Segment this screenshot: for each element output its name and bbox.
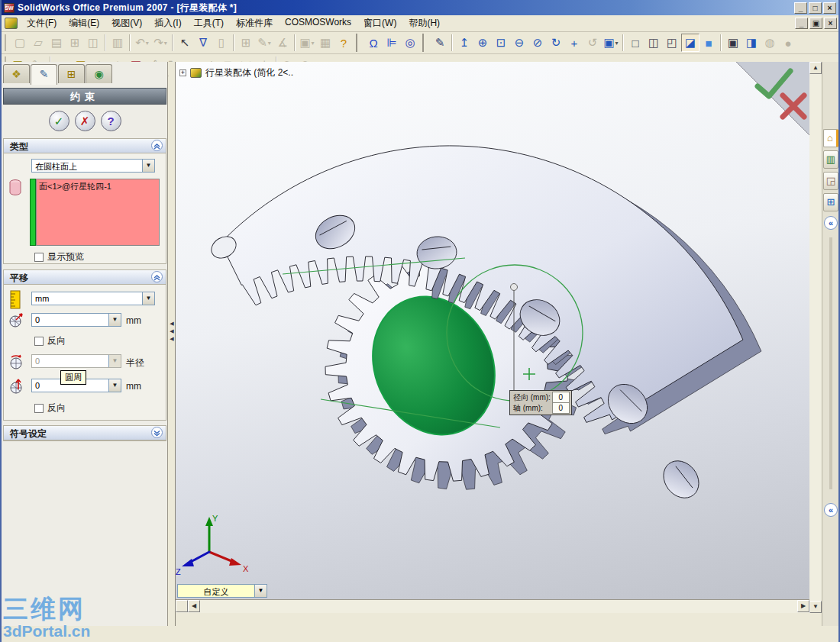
pan-icon[interactable]: + xyxy=(565,34,583,52)
zoom-in-out-icon[interactable]: ⊖ xyxy=(510,34,528,52)
zoom-selection-icon[interactable]: ⊘ xyxy=(528,34,547,52)
collapse-chevron-icon[interactable] xyxy=(151,140,163,151)
distance-input[interactable]: 0 ▼ xyxy=(31,313,121,327)
standard-views-icon[interactable]: ▣▾ xyxy=(602,34,620,52)
show-preview-checkbox[interactable] xyxy=(34,253,44,262)
drag-distance-tooltip: 径向 (mm):0 轴 (mm):0 xyxy=(509,390,572,415)
menu-item-1[interactable]: 编辑(E) xyxy=(63,15,105,32)
task-pane-design-library-icon[interactable]: ▥ xyxy=(823,150,838,169)
close-button[interactable]: × xyxy=(823,2,836,14)
task-pane-home-icon[interactable]: ⌂ xyxy=(823,129,838,147)
menu-item-7[interactable]: 窗口(W) xyxy=(357,15,402,32)
group-translate-header[interactable]: 平移 xyxy=(4,270,166,285)
section-view-icon[interactable]: ◨ xyxy=(742,34,761,52)
expand-chevron-icon[interactable] xyxy=(151,427,163,438)
task-pane-collapse-button[interactable]: « xyxy=(824,216,838,230)
selection-color-bar xyxy=(30,179,36,246)
toolbar-grip[interactable] xyxy=(5,34,8,51)
chevron-down-icon[interactable]: ▼ xyxy=(142,160,154,172)
circumference-tooltip: 圆周 xyxy=(60,370,86,385)
menu-item-4[interactable]: 工具(T) xyxy=(188,15,230,32)
scroll-right-icon[interactable]: ▶ xyxy=(797,600,809,612)
cancel-button[interactable]: ✗ xyxy=(75,111,95,131)
selection-filter-icon[interactable]: ∇ xyxy=(194,34,212,52)
toolbar-divider xyxy=(356,34,361,52)
group-symbols-header[interactable]: 符号设定 xyxy=(4,426,166,440)
doc-minimize-button[interactable]: _ xyxy=(795,18,808,29)
menu-item-3[interactable]: 插入(I) xyxy=(148,15,187,32)
graphics-viewport[interactable]: Y X Z + 行星装配体 (简化 2<.. 径向 (mm):0 轴 (mm):… xyxy=(176,62,809,600)
chevron-down-icon[interactable]: ▼ xyxy=(142,292,154,305)
chevron-down-icon[interactable]: ▼ xyxy=(108,314,121,326)
task-pane-collapse-button-bottom[interactable]: « xyxy=(824,503,838,517)
menu-item-5[interactable]: 标准件库 xyxy=(230,15,279,32)
hidden-lines-removed-icon[interactable]: ◰ xyxy=(663,34,681,52)
zoom-area-icon[interactable]: ⊡ xyxy=(492,34,510,52)
shadows-icon[interactable]: ▣ xyxy=(724,34,742,52)
scroll-split-box[interactable] xyxy=(176,600,188,612)
task-pane-search-icon[interactable]: ⊞ xyxy=(823,193,838,211)
help-icon[interactable]: ? xyxy=(334,34,353,52)
horizontal-scrollbar[interactable]: ◀ ▶ xyxy=(176,600,809,613)
select-icon[interactable]: ↖ xyxy=(176,34,194,52)
menu-item-8[interactable]: 帮助(H) xyxy=(402,15,446,32)
scroll-left-icon[interactable]: ◀ xyxy=(188,600,200,612)
mate-type-combo[interactable]: 在圆柱面上 ▼ xyxy=(31,159,155,173)
flip-direction-label: 反向 xyxy=(47,334,66,347)
save-icon: ▤ xyxy=(47,34,66,52)
viewport-feature-tree[interactable]: + 行星装配体 (简化 2<.. xyxy=(179,66,293,79)
view-orientation-combo[interactable]: 自定义 ▼ xyxy=(177,584,267,598)
minimize-button[interactable]: _ xyxy=(794,2,807,14)
rotate-view-icon[interactable]: ↻ xyxy=(547,34,565,52)
standard-toolbar: ▢▱▤⊞◫▥↶▾↷▾↖∇▯⊞✎▾∡▣▾▦?Ω⊫◎✎↥⊕⊡⊖⊘↻+↺▣▾□◫◰◪■… xyxy=(2,32,838,54)
measure-icon[interactable]: Ω xyxy=(364,34,383,52)
title-bar: SW SolidWorks Office Premium 2007 - [行星装… xyxy=(2,0,838,15)
toolbar-separator xyxy=(294,34,296,51)
collapse-arrow-icon: ◀ xyxy=(169,335,175,342)
circumference-axis-icon xyxy=(8,377,24,394)
menu-item-2[interactable]: 视图(V) xyxy=(105,15,148,32)
sketch-icon: ✎▾ xyxy=(255,34,273,52)
scroll-down-icon[interactable]: ▼ xyxy=(809,601,822,613)
chevron-down-icon[interactable]: ▼ xyxy=(108,379,121,392)
tab-cosmos[interactable]: ◉ xyxy=(86,64,112,83)
flip-direction2-checkbox[interactable] xyxy=(34,404,44,413)
ok-button[interactable]: ✓ xyxy=(49,111,69,131)
doc-restore-button[interactable]: ▣ xyxy=(809,18,822,29)
task-pane-splitter[interactable] xyxy=(829,237,832,489)
hidden-lines-visible-icon[interactable]: ◫ xyxy=(645,34,663,52)
shaded-with-edges-icon[interactable]: ◪ xyxy=(681,34,699,52)
window-title: SolidWorks Office Premium 2007 - [行星装配体 … xyxy=(18,2,793,15)
shaded-icon[interactable]: ■ xyxy=(699,34,718,52)
tab-propertymanager[interactable]: ✎ xyxy=(31,64,57,85)
chevron-down-icon[interactable]: ▼ xyxy=(254,585,267,597)
view-orientation-icon[interactable]: ↥ xyxy=(455,34,473,52)
dimension-icon: ∡ xyxy=(273,34,292,52)
maximize-button[interactable]: □ xyxy=(809,2,822,14)
menu-item-0[interactable]: 文件(F) xyxy=(21,15,63,32)
scroll-up-icon[interactable]: ▲ xyxy=(809,62,822,74)
units-combo[interactable]: mm ▼ xyxy=(31,292,155,305)
task-pane-file-explorer-icon[interactable]: ◲ xyxy=(823,172,838,190)
annotation-icon[interactable]: ⊫ xyxy=(383,34,401,52)
zoom-fit-icon[interactable]: ⊕ xyxy=(473,34,492,52)
wireframe-icon[interactable]: □ xyxy=(626,34,645,52)
help-button[interactable]: ? xyxy=(101,111,121,131)
flip-direction-checkbox[interactable] xyxy=(34,337,44,346)
model-canvas[interactable]: Y X Z xyxy=(176,62,809,600)
tab-featuremanager[interactable]: ❖ xyxy=(3,64,30,83)
tree-expand-icon[interactable]: + xyxy=(179,69,186,76)
doc-close-button[interactable]: × xyxy=(824,18,837,29)
open-document-icon: ▱ xyxy=(29,34,47,52)
collapse-chevron-icon[interactable] xyxy=(151,271,163,282)
zoom-wand-icon[interactable]: ✎ xyxy=(431,34,449,52)
menu-item-6[interactable]: COSMOSWorks xyxy=(279,15,357,32)
panel-splitter[interactable]: ◀ ◀ ◀ xyxy=(169,62,176,626)
performance-icon[interactable]: ◎ xyxy=(401,34,419,52)
group-type-header[interactable]: 类型 xyxy=(4,139,166,153)
mate-selections-box[interactable]: 面<1>@行星轮四-1 xyxy=(36,179,160,246)
vertical-scrollbar[interactable]: ▲ ▼ xyxy=(809,62,822,613)
make-drawing-icon: ⊞ xyxy=(66,34,84,52)
tab-configurationmanager[interactable]: ⊞ xyxy=(58,64,85,83)
radius-input-disabled: 0 ▼ xyxy=(31,354,121,368)
